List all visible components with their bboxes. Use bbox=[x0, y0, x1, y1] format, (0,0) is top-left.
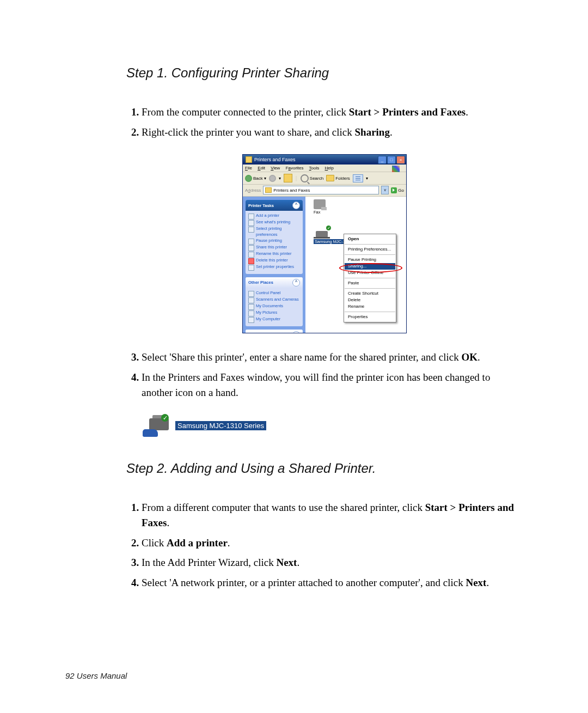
docs-icon bbox=[248, 304, 254, 310]
rename-icon bbox=[248, 252, 254, 258]
pics-icon bbox=[248, 310, 254, 316]
forward-button[interactable] bbox=[269, 175, 276, 182]
back-icon bbox=[245, 175, 252, 182]
xp-logo-icon bbox=[392, 166, 400, 172]
task-see-printing[interactable]: See what's printing bbox=[248, 220, 300, 226]
menu-file[interactable]: File bbox=[245, 166, 252, 170]
task-select-prefs[interactable]: Select printing preferences bbox=[248, 226, 300, 238]
main-area[interactable]: Fax ✓ Samsung MJC-1310 Series Open Print… bbox=[305, 197, 406, 333]
text: . bbox=[465, 106, 468, 118]
bold-text: OK bbox=[461, 351, 477, 363]
place-control-panel[interactable]: Control Panel bbox=[248, 290, 300, 297]
search-button[interactable]: Search bbox=[301, 174, 323, 182]
ctx-printing-prefs[interactable]: Printing Preferences... bbox=[344, 246, 396, 253]
place-my-pictures[interactable]: My Pictures bbox=[248, 310, 300, 316]
figure-shared-printer-icon: ✓ Samsung MJC-1310 Series bbox=[143, 415, 523, 437]
panel-header[interactable]: Other Places^ bbox=[246, 277, 303, 288]
bold-text: Next bbox=[276, 557, 297, 568]
bold-text: Add a printer bbox=[167, 537, 228, 549]
ctx-use-offline[interactable]: Use Printer Offline bbox=[344, 270, 396, 276]
window: Printers and Faxes _ □ × File Edit View … bbox=[242, 154, 407, 333]
step2-item-3: In the Add Printer Wizard, click Next. bbox=[142, 555, 523, 571]
up-button[interactable] bbox=[284, 174, 292, 182]
menu-edit[interactable]: Edit bbox=[258, 166, 265, 170]
task-rename[interactable]: Rename this printer bbox=[248, 251, 300, 258]
task-delete[interactable]: Delete this printer bbox=[248, 258, 300, 264]
text: . bbox=[297, 557, 299, 568]
panel-header[interactable]: Details^ bbox=[246, 330, 303, 333]
place-my-documents[interactable]: My Documents bbox=[248, 303, 300, 310]
fax-icon bbox=[314, 199, 326, 209]
folders-button[interactable]: Folders bbox=[326, 175, 350, 181]
text: In the Add Printer Wizard, click bbox=[142, 557, 276, 568]
text: From the computer connected to the print… bbox=[142, 106, 349, 118]
context-menu[interactable]: Open Printing Preferences... Pause Print… bbox=[344, 234, 396, 322]
ctx-delete[interactable]: Delete bbox=[344, 297, 396, 303]
side-pane: Printer Tasks^ Add a printer See what's … bbox=[243, 197, 305, 333]
ctx-create-shortcut[interactable]: Create Shortcut bbox=[344, 290, 396, 297]
task-properties[interactable]: Set printer properties bbox=[248, 264, 300, 271]
window-title: Printers and Faxes bbox=[254, 157, 296, 162]
text: In the Printers and Faxes window, you wi… bbox=[142, 371, 490, 399]
minimize-button[interactable]: _ bbox=[378, 156, 387, 164]
fax-item[interactable]: Fax bbox=[314, 199, 326, 215]
figure-printers-window: Printers and Faxes _ □ × File Edit View … bbox=[126, 154, 523, 333]
step2-item-4: Select 'A network printer, or a printer … bbox=[142, 575, 523, 591]
ctx-properties[interactable]: Properties bbox=[344, 314, 396, 320]
shared-printer-label: Samsung MJC-1310 Series bbox=[175, 421, 266, 430]
address-dropdown[interactable]: v bbox=[381, 186, 389, 194]
text: . bbox=[477, 351, 480, 363]
place-scanners[interactable]: Scanners and Cameras bbox=[248, 297, 300, 303]
window-icon bbox=[246, 156, 252, 163]
label: Back bbox=[253, 176, 263, 181]
shared-printer: ✓ Samsung MJC-1310 Series bbox=[143, 415, 523, 437]
fax-label: Fax bbox=[314, 210, 326, 215]
bold-text: Start > Printers and Faxes bbox=[349, 106, 466, 118]
menu-help[interactable]: Help bbox=[325, 166, 334, 170]
cpl-icon bbox=[248, 291, 254, 297]
views-button[interactable] bbox=[353, 174, 363, 182]
props-icon bbox=[248, 265, 254, 271]
delete-icon bbox=[248, 258, 254, 264]
label: Search bbox=[310, 176, 323, 181]
scanner-icon bbox=[248, 297, 254, 303]
menubar[interactable]: File Edit View Favorites Tools Help bbox=[243, 164, 406, 172]
go-button[interactable]: Go bbox=[391, 187, 404, 193]
back-button[interactable]: Back ▾ bbox=[245, 175, 266, 182]
label: Go bbox=[398, 188, 404, 193]
folder-icon bbox=[265, 187, 272, 193]
step1-heading: Step 1. Configuring Printer Sharing bbox=[126, 65, 523, 81]
step1-item-4: In the Printers and Faxes window, you wi… bbox=[142, 370, 523, 401]
ctx-paste[interactable]: Paste bbox=[344, 280, 396, 287]
task-share[interactable]: Share this printer bbox=[248, 245, 300, 251]
close-button[interactable]: × bbox=[396, 156, 405, 164]
ctx-open[interactable]: Open bbox=[344, 236, 396, 242]
ctx-rename[interactable]: Rename bbox=[344, 303, 396, 310]
text: Click bbox=[142, 537, 167, 549]
collapse-icon[interactable]: ^ bbox=[292, 202, 300, 209]
collapse-icon[interactable]: ^ bbox=[292, 279, 300, 287]
window-titlebar[interactable]: Printers and Faxes _ □ × bbox=[243, 155, 406, 164]
search-icon bbox=[301, 174, 309, 182]
toolbar: Back ▾ ▾ │ Search Folders ▾ bbox=[243, 172, 406, 185]
step2-heading: Step 2. Adding and Using a Shared Printe… bbox=[126, 461, 523, 476]
task-add-printer[interactable]: Add a printer bbox=[248, 213, 300, 220]
address-value: Printers and Faxes bbox=[273, 188, 310, 193]
menu-favorites[interactable]: Favorites bbox=[286, 166, 304, 170]
panel-header[interactable]: Printer Tasks^ bbox=[246, 200, 303, 211]
shared-printer-icon: ✓ bbox=[143, 415, 172, 437]
label: Folders bbox=[335, 176, 350, 181]
place-my-computer[interactable]: My Computer bbox=[248, 316, 300, 323]
text: . bbox=[228, 537, 230, 549]
menu-tools[interactable]: Tools bbox=[309, 166, 320, 170]
step1-item-3: Select 'Share this printer', enter a sha… bbox=[142, 350, 523, 365]
maximize-button[interactable]: □ bbox=[387, 156, 396, 164]
menu-view[interactable]: View bbox=[271, 166, 280, 170]
text: Right-click the printer you want to shar… bbox=[142, 126, 355, 138]
address-field[interactable]: Printers and Faxes bbox=[263, 186, 379, 194]
task-pause[interactable]: Pause printing bbox=[248, 238, 300, 245]
ctx-pause[interactable]: Pause Printing bbox=[344, 257, 396, 263]
ctx-sharing[interactable]: Sharing... bbox=[345, 263, 395, 270]
expand-icon[interactable]: ^ bbox=[292, 331, 300, 333]
prefs-icon bbox=[248, 227, 254, 233]
